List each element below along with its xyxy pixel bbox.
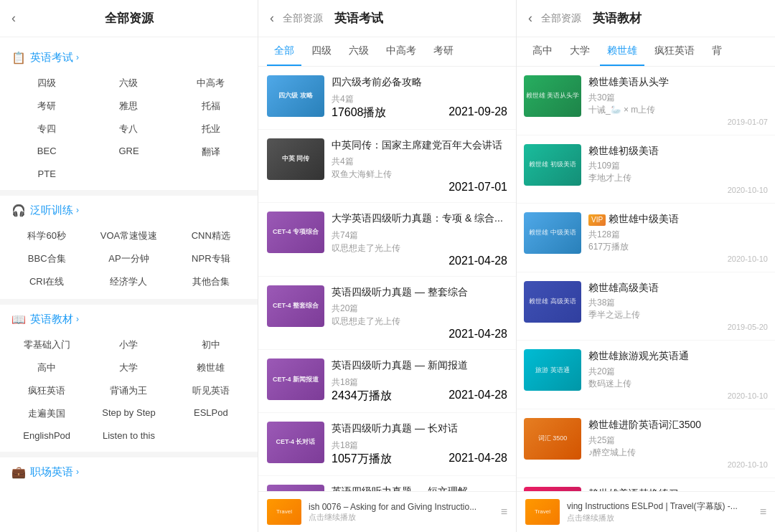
right-thumb-text: 赖世雄 初级美语 (527, 159, 578, 171)
right-tab-2[interactable]: 赖世雄 (600, 37, 644, 66)
right-list-thumb: 词汇 3500 (524, 418, 581, 460)
right-list-item[interactable]: 赖世雄 初级美语 赖世雄初级美语 共109篇 李地才上传 2020-10-10 (517, 136, 775, 204)
grid-item[interactable]: 零基础入门 (6, 333, 88, 356)
right-back-button[interactable]: ‹ (528, 11, 532, 26)
list-item-info: 大学英语四级听力真题：专项 & 综合... 共74篇 叹思想走了光上传 2021… (332, 212, 507, 267)
grid-item[interactable]: 科学60秒 (6, 224, 88, 247)
list-item[interactable]: CET-4 短文理解 英语四级听力真题 — 短文理解 共18篇 925万播放 2… (258, 476, 516, 491)
list-item[interactable]: CET-4 整套综合 英语四级听力真题 — 整套综合 共20篇 叹思想走了光上传… (258, 277, 516, 351)
grid-item (170, 425, 252, 446)
list-item[interactable]: 四六级 攻略 四六级考前必备攻略 共4篇 17608播放 2021-09-28 (258, 67, 516, 130)
grid-item[interactable]: 走遍美国 (6, 402, 88, 425)
section-label-english-exam: 英语考试 (30, 51, 73, 65)
middle-tab-3[interactable]: 中高考 (379, 37, 423, 66)
middle-sticky-item[interactable]: Travel ish 0076 – Asking for and Giving … (258, 491, 516, 532)
right-tab-3[interactable]: 疯狂英语 (647, 37, 702, 66)
section-header-workplace[interactable]: 💼 职场英语 › (0, 457, 258, 483)
grid-item[interactable]: BBC合集 (6, 247, 88, 270)
grid-item[interactable]: 六级 (88, 72, 169, 95)
middle-tab-2[interactable]: 六级 (342, 37, 376, 66)
list-item[interactable]: CET-4 长对话 英语四级听力真题 — 长对话 共18篇 1057万播放 20… (258, 413, 516, 476)
left-back-button[interactable]: ‹ (11, 11, 16, 26)
grid-item[interactable]: NPR专辑 (170, 247, 252, 270)
grid-item[interactable]: 小学 (88, 333, 169, 356)
middle-tab-4[interactable]: 考研 (426, 37, 461, 66)
grid-item[interactable]: CNN精选 (170, 224, 252, 247)
list-item-thumb: CET-4 短文理解 (267, 485, 324, 491)
list-item[interactable]: 中英 同传 中英同传：国家主席建党百年大会讲话 共4篇 双鱼大海鲜上传 2021… (258, 130, 516, 204)
grid-item[interactable]: 专八 (88, 118, 169, 141)
right-thumb-text: 词汇 3500 (537, 433, 569, 445)
section-header-textbook[interactable]: 📖 英语教材 › (0, 305, 258, 331)
list-item-date: 2021-09-28 (448, 105, 507, 120)
grid-item[interactable]: Step by Step (88, 402, 169, 425)
thumb-text: CET-4 专项综合 (271, 227, 320, 238)
right-sticky-thumb: Travel (525, 499, 560, 525)
grid-item[interactable]: 初中 (170, 333, 252, 356)
list-item-date: 2021-04-28 (448, 452, 507, 467)
grid-item[interactable]: 中高考 (170, 72, 252, 95)
left-header: ‹ 全部资源 (0, 0, 258, 37)
list-item-info: 英语四级听力真题 — 整套综合 共20篇 叹思想走了光上传 2021-04-28 (332, 285, 507, 341)
grid-item[interactable]: 托业 (170, 118, 252, 141)
grid-item[interactable]: VOA常速慢速 (88, 224, 169, 247)
section-icon-textbook: 📖 (11, 312, 26, 326)
section-icon-listening: 🎧 (11, 203, 26, 217)
right-tab-0[interactable]: 高中 (525, 37, 560, 66)
right-tab-1[interactable]: 大学 (563, 37, 597, 66)
right-list-item[interactable]: 美语 替换练习 赖世雄美语替换练习 共25篇 小地 结尚卡上传 2020-10-… (517, 478, 775, 491)
list-item-count: 共4篇 (332, 92, 507, 105)
middle-tab-1[interactable]: 四级 (304, 37, 339, 66)
sticky-menu-icon[interactable]: ≡ (501, 505, 507, 518)
grid-item[interactable]: Listen to this (88, 425, 169, 446)
list-item-meta-row: 2021-04-28 (332, 255, 507, 267)
section-divider (0, 190, 258, 196)
grid-item[interactable]: ESLPod (170, 402, 252, 425)
grid-item[interactable]: 大学 (88, 356, 169, 379)
right-tab-4[interactable]: 背 (705, 37, 729, 66)
right-list-item[interactable]: 赖世雄 高级美语 赖世雄高级美语 共38篇 季半之远上传 2019-05-20 (517, 272, 775, 341)
right-item-author: 十诫_🦢 × m上传 (588, 104, 768, 116)
grid-item[interactable]: 四级 (6, 72, 88, 95)
list-item[interactable]: CET-4 专项综合 大学英语四级听力真题：专项 & 综合... 共74篇 叹思… (258, 203, 516, 277)
right-sticky-item[interactable]: Travel ving Instructions ESLPod | Travel… (517, 491, 775, 532)
list-item-date: 2021-04-28 (448, 328, 507, 341)
grid-item[interactable]: CRI在线 (6, 270, 88, 293)
right-thumb-text: 赖世雄 美语从头学 (525, 90, 581, 102)
list-item-meta-row: 2021-07-01 (332, 181, 507, 194)
section-icon-workplace: 💼 (11, 465, 26, 479)
right-list-item[interactable]: 旅游 英语通 赖世雄旅游观光英语通 共20篇 数码迷上传 2020-10-10 (517, 341, 775, 409)
right-list-item[interactable]: 赖世雄 中级美语 VIP赖世雄中级美语 共128篇 617万播放 2020-10… (517, 204, 775, 272)
grid-item[interactable]: 高中 (6, 356, 88, 379)
grid-item[interactable]: 听见英语 (170, 379, 252, 402)
grid-item[interactable]: 疯狂英语 (6, 379, 88, 402)
grid-item[interactable]: 其他合集 (170, 270, 252, 293)
grid-item[interactable]: 翻译 (170, 141, 252, 163)
middle-back-button[interactable]: ‹ (270, 11, 274, 26)
grid-item[interactable]: PTE (6, 163, 88, 184)
right-list-item[interactable]: 赖世雄 美语从头学 赖世雄美语从头学 共30篇 十诫_🦢 × m上传 2019-… (517, 67, 775, 136)
grid-item[interactable]: 背诵为王 (88, 379, 169, 402)
grid-item (88, 163, 169, 184)
section-header-listening[interactable]: 🎧 泛听训练 › (0, 196, 258, 222)
section-icon-english-exam: 📋 (11, 50, 26, 65)
grid-item[interactable]: 经济学人 (88, 270, 169, 293)
list-item-plays: 2434万播放 (332, 389, 392, 404)
grid-item[interactable]: BEC (6, 141, 88, 163)
grid-item[interactable]: 雅思 (88, 95, 169, 118)
list-item-meta-row: 1057万播放 2021-04-28 (332, 452, 507, 467)
list-item-info: 英语四级听力真题 — 长对话 共18篇 1057万播放 2021-04-28 (332, 422, 507, 467)
chevron-icon-listening: › (76, 205, 79, 215)
middle-tab-0[interactable]: 全部 (267, 37, 301, 66)
list-item[interactable]: CET-4 新闻报道 英语四级听力真题 — 新闻报道 共18篇 2434万播放 … (258, 350, 516, 413)
grid-item[interactable]: AP一分钟 (88, 247, 169, 270)
section-header-english-exam[interactable]: 📋 英语考试 › (0, 43, 258, 69)
right-sticky-menu-icon[interactable]: ≡ (760, 505, 766, 518)
grid-item[interactable]: 赖世雄 (170, 356, 252, 379)
grid-item[interactable]: 考研 (6, 95, 88, 118)
right-list-item[interactable]: 词汇 3500 赖世雄进阶英语词汇3500 共25篇 ♪醉空城上传 2020-1… (517, 409, 775, 478)
grid-item[interactable]: EnglishPod (6, 425, 88, 446)
grid-item[interactable]: GRE (88, 141, 169, 163)
grid-item[interactable]: 托福 (170, 95, 252, 118)
grid-item[interactable]: 专四 (6, 118, 88, 141)
